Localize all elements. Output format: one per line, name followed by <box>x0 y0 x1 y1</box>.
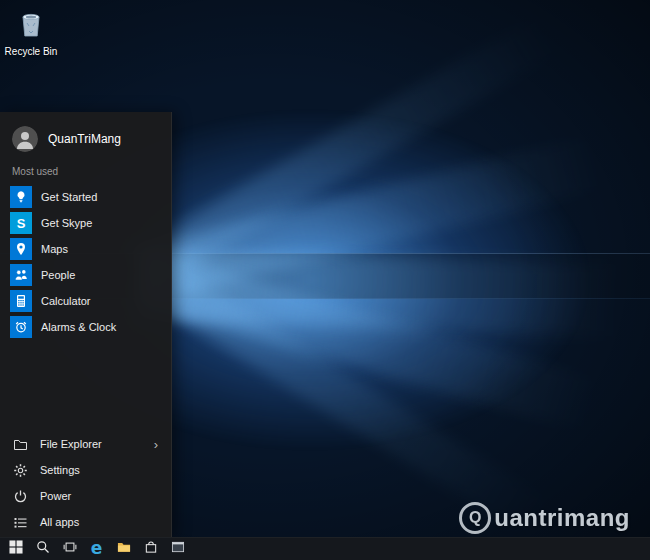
skype-letter: S <box>17 217 26 230</box>
taskbar-task-view-button[interactable] <box>56 538 83 560</box>
recycle-bin-icon <box>14 6 48 44</box>
task-view-icon <box>63 540 77 558</box>
calculator-icon <box>10 290 32 312</box>
menu-item-label: Get Skype <box>41 217 92 229</box>
chevron-right-icon: › <box>154 438 158 451</box>
taskbar-search-button[interactable] <box>29 538 56 560</box>
start-menu-item-alarms-clock[interactable]: Alarms & Clock <box>0 314 171 340</box>
search-icon <box>36 540 50 558</box>
user-avatar-icon <box>12 126 38 152</box>
start-menu-item-all-apps[interactable]: All apps <box>0 509 171 535</box>
start-menu-item-get-started[interactable]: Get Started <box>0 184 171 210</box>
menu-item-label: Calculator <box>41 295 91 307</box>
start-menu-item-get-skype[interactable]: S Get Skype <box>0 210 171 236</box>
start-menu-item-power[interactable]: Power <box>0 483 171 509</box>
menu-item-label: File Explorer <box>40 438 102 450</box>
folder-icon <box>117 540 131 558</box>
people-icon <box>10 264 32 286</box>
taskbar-store-button[interactable] <box>137 538 164 560</box>
user-profile[interactable]: QuanTriMang <box>0 112 171 162</box>
lightbulb-icon <box>10 186 32 208</box>
skype-icon: S <box>10 212 32 234</box>
quantrimang-logo-icon: Q <box>459 502 491 534</box>
menu-item-label: Get Started <box>41 191 97 203</box>
watermark: Q uantrimang <box>459 502 630 534</box>
most-used-list: Get Started S Get Skype Maps <box>0 184 171 340</box>
menu-item-label: Power <box>40 490 71 502</box>
menu-item-label: People <box>41 269 75 281</box>
menu-item-label: All apps <box>40 516 79 528</box>
windows-logo-icon <box>9 540 23 558</box>
watermark-text: uantrimang <box>494 504 630 532</box>
start-menu: QuanTriMang Most used Get Started S Ge <box>0 112 172 537</box>
start-menu-item-maps[interactable]: Maps <box>0 236 171 262</box>
taskbar: e <box>0 537 650 560</box>
recycle-bin[interactable]: Recycle Bin <box>2 6 60 57</box>
edge-icon: e <box>91 540 103 557</box>
taskbar-edge-button[interactable]: e <box>83 538 110 560</box>
store-bag-icon <box>144 540 158 558</box>
most-used-section-label: Most used <box>0 162 171 184</box>
map-pin-icon <box>10 238 32 260</box>
power-icon <box>13 489 28 504</box>
all-apps-icon <box>13 515 28 530</box>
menu-item-label: Maps <box>41 243 68 255</box>
taskbar-file-explorer-button[interactable] <box>110 538 137 560</box>
windows-desktop: Recycle Bin Q uantrimang QuanTriMang Mos… <box>0 0 650 560</box>
recycle-bin-label: Recycle Bin <box>5 46 58 57</box>
menu-item-label: Alarms & Clock <box>41 321 116 333</box>
taskbar-start-button[interactable] <box>2 538 29 560</box>
taskbar-pinned-app-button[interactable] <box>164 538 191 560</box>
window-icon <box>171 540 185 558</box>
start-menu-item-people[interactable]: People <box>0 262 171 288</box>
user-name: QuanTriMang <box>48 132 121 146</box>
start-menu-footer: File Explorer › Settings <box>0 431 171 537</box>
start-menu-item-file-explorer[interactable]: File Explorer › <box>0 431 171 457</box>
menu-item-label: Settings <box>40 464 80 476</box>
gear-icon <box>13 463 28 478</box>
alarm-clock-icon <box>10 316 32 338</box>
start-menu-item-settings[interactable]: Settings <box>0 457 171 483</box>
start-menu-item-calculator[interactable]: Calculator <box>0 288 171 314</box>
folder-icon <box>13 437 28 452</box>
